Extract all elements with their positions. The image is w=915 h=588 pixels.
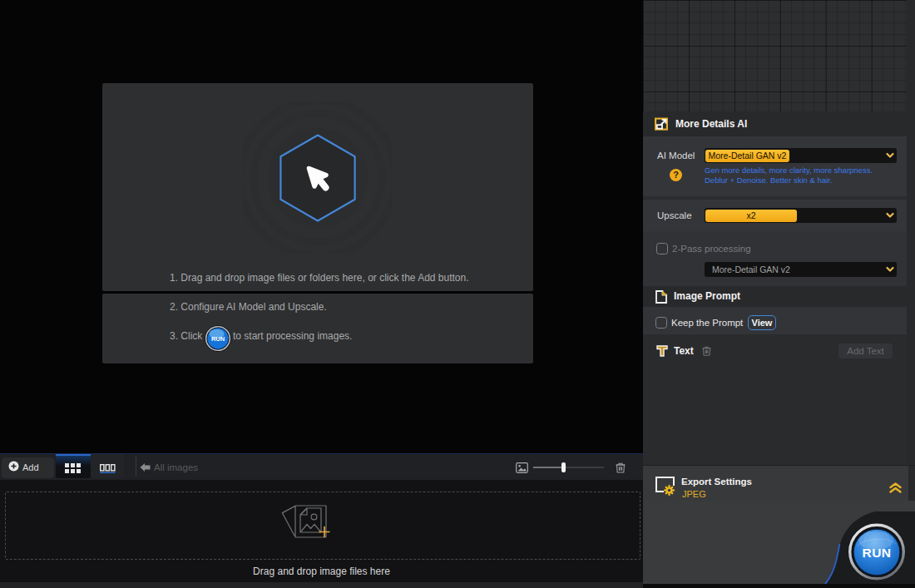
svg-text:RUN: RUN bbox=[862, 546, 891, 560]
svg-text:RUN: RUN bbox=[211, 335, 225, 343]
